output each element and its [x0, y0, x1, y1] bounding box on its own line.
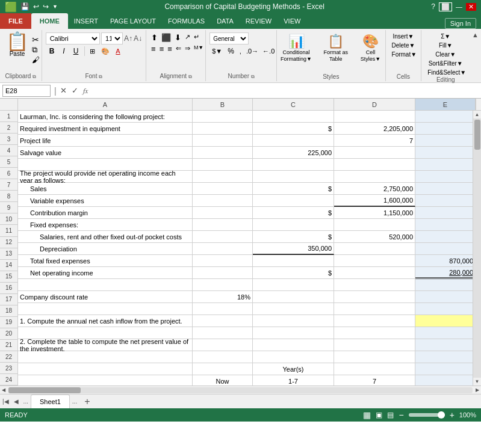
- cell-c2[interactable]: $: [253, 123, 334, 135]
- cell-b15[interactable]: [193, 279, 253, 291]
- row-header-23[interactable]: 23: [0, 363, 18, 374]
- cell-e4[interactable]: [415, 147, 473, 159]
- cell-c16[interactable]: [253, 291, 334, 303]
- cell-e13[interactable]: 870,000: [415, 255, 473, 267]
- cell-a8[interactable]: Variable expenses: [18, 195, 193, 207]
- format-as-table-button[interactable]: 📋 Format as Table: [315, 32, 356, 64]
- row-header-19[interactable]: 19: [0, 317, 18, 328]
- sheet-nav-prev[interactable]: ◀: [11, 394, 21, 408]
- confirm-formula-icon[interactable]: ✓: [69, 86, 81, 95]
- cell-c4[interactable]: 225,000: [253, 147, 334, 159]
- cell-c23[interactable]: 1-7: [253, 375, 334, 385]
- format-painter-button[interactable]: 🖌: [32, 55, 40, 64]
- row-header-10[interactable]: 10: [0, 213, 18, 225]
- cell-c20[interactable]: [253, 339, 334, 351]
- cell-c21[interactable]: [253, 351, 334, 363]
- cell-c6[interactable]: [253, 171, 334, 183]
- cell-b12[interactable]: [193, 243, 253, 255]
- copy-button[interactable]: ⧉: [32, 45, 40, 55]
- row-header-3[interactable]: 3: [0, 133, 18, 145]
- add-sheet-button[interactable]: +: [79, 394, 95, 408]
- align-center-button[interactable]: ≡: [158, 44, 166, 54]
- delete-cells-button[interactable]: Delete▼: [389, 41, 418, 49]
- quick-access-undo[interactable]: ↩: [33, 2, 39, 11]
- cell-a9[interactable]: Contribution margin: [18, 207, 193, 219]
- cell-b16[interactable]: 18%: [193, 291, 253, 303]
- cell-c5[interactable]: [253, 159, 334, 171]
- cell-a13[interactable]: Total fixed expenses: [18, 255, 193, 267]
- cell-b1[interactable]: [193, 111, 253, 123]
- cell-e5[interactable]: [415, 159, 473, 171]
- sheet-ellipsis-left[interactable]: ...: [21, 394, 31, 408]
- cell-a18[interactable]: 1. Compute the annual net cash inflow fr…: [18, 315, 193, 327]
- row-header-20[interactable]: 20: [0, 328, 18, 340]
- cell-a22[interactable]: [18, 363, 193, 375]
- increase-font-size[interactable]: A↑: [124, 34, 132, 43]
- sheet-tab-sheet1[interactable]: Sheet1: [31, 394, 70, 408]
- cell-b14[interactable]: [193, 267, 253, 279]
- row-header-11[interactable]: 11: [0, 225, 18, 236]
- row-header-14[interactable]: 14: [0, 260, 18, 271]
- cell-d17[interactable]: [334, 303, 415, 315]
- cell-d10[interactable]: [334, 219, 415, 231]
- cell-a17[interactable]: [18, 303, 193, 315]
- scroll-up-btn[interactable]: ▲: [474, 111, 481, 118]
- cell-d2[interactable]: 2,205,000: [334, 123, 415, 135]
- insert-cells-button[interactable]: Insert▼: [389, 32, 418, 40]
- percent-button[interactable]: %: [225, 46, 237, 57]
- cell-a7[interactable]: Sales: [18, 183, 193, 195]
- cell-d1[interactable]: [334, 111, 415, 123]
- cell-d15[interactable]: [334, 279, 415, 291]
- view-page-layout-btn[interactable]: ▣: [376, 411, 382, 419]
- cell-b17[interactable]: [193, 303, 253, 315]
- h-scroll-right-btn[interactable]: ▶: [474, 387, 481, 393]
- quick-access-save[interactable]: 💾: [20, 2, 29, 11]
- decrease-indent-button[interactable]: ⇐: [175, 44, 182, 54]
- font-family-select[interactable]: Calibri: [46, 32, 100, 44]
- cell-d19[interactable]: [334, 327, 415, 339]
- cell-c15[interactable]: [253, 279, 334, 291]
- autosum-button[interactable]: Σ▼: [425, 32, 466, 40]
- number-format-select[interactable]: General: [209, 32, 249, 44]
- cell-a1[interactable]: Laurman, Inc. is considering the followi…: [18, 111, 193, 123]
- cell-d23[interactable]: 7: [334, 375, 415, 385]
- tab-review[interactable]: REVIEW: [240, 13, 278, 29]
- minimize-icon[interactable]: —: [456, 3, 462, 10]
- cell-b2[interactable]: [193, 123, 253, 135]
- cell-a23[interactable]: [18, 375, 193, 385]
- cell-d12[interactable]: [334, 243, 415, 255]
- zoom-out-btn[interactable]: −: [399, 410, 403, 420]
- close-icon[interactable]: ✕: [466, 3, 476, 11]
- align-bottom-button[interactable]: ⬇: [173, 32, 182, 43]
- sheet-nav-start[interactable]: |◀: [0, 394, 11, 408]
- increase-decimal-button[interactable]: .0→: [244, 46, 260, 56]
- col-header-b[interactable]: B: [193, 99, 253, 111]
- tab-data[interactable]: DATA: [211, 13, 240, 29]
- formula-input[interactable]: [90, 87, 481, 94]
- align-right-button[interactable]: ≡: [166, 44, 173, 54]
- row-header-15[interactable]: 15: [0, 271, 18, 283]
- row-header-24[interactable]: 24: [0, 374, 18, 385]
- cell-e18[interactable]: [415, 315, 473, 327]
- cell-a12[interactable]: Depreciation: [18, 243, 193, 255]
- cell-e10[interactable]: [415, 219, 473, 231]
- cell-b4[interactable]: [193, 147, 253, 159]
- font-color-button[interactable]: A: [113, 46, 122, 56]
- row-header-12[interactable]: 12: [0, 237, 18, 248]
- text-direction-button[interactable]: ↗: [184, 32, 191, 43]
- tab-insert[interactable]: INSERT: [68, 13, 104, 29]
- cut-button[interactable]: ✂: [32, 35, 40, 44]
- col-header-e[interactable]: E: [415, 99, 476, 111]
- cell-b18[interactable]: [193, 315, 253, 327]
- col-header-c[interactable]: C: [253, 99, 334, 111]
- cell-a15[interactable]: [18, 279, 193, 291]
- col-header-a[interactable]: A: [18, 99, 193, 111]
- cell-a10[interactable]: Fixed expenses:: [18, 219, 193, 231]
- tab-view[interactable]: VIEW: [278, 13, 306, 29]
- border-button[interactable]: ⊞: [87, 46, 98, 57]
- tab-formulas[interactable]: FORMULAS: [162, 13, 211, 29]
- cell-e3[interactable]: [415, 135, 473, 147]
- align-top-button[interactable]: ⬆: [150, 32, 159, 43]
- cell-c1[interactable]: [253, 111, 334, 123]
- cell-a11[interactable]: Salaries, rent and other fixed out-of po…: [18, 231, 193, 243]
